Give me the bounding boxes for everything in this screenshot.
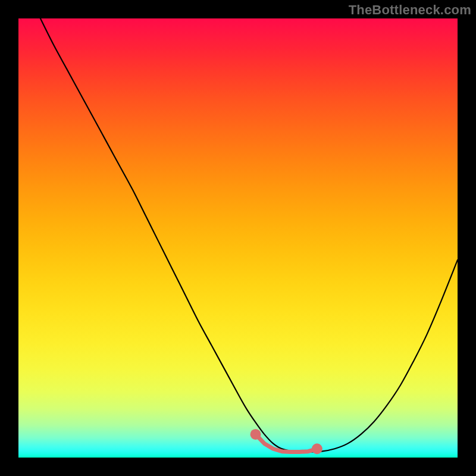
- plot-area: [18, 18, 458, 458]
- markers-svg: [18, 18, 458, 458]
- sweet-spot-endpoint: [312, 443, 322, 454]
- chart-frame: TheBottleneck.com: [0, 0, 476, 476]
- sweet-spot-endpoint: [250, 429, 261, 440]
- watermark-text: TheBottleneck.com: [349, 2, 471, 18]
- sweet-spot-line: [256, 434, 317, 452]
